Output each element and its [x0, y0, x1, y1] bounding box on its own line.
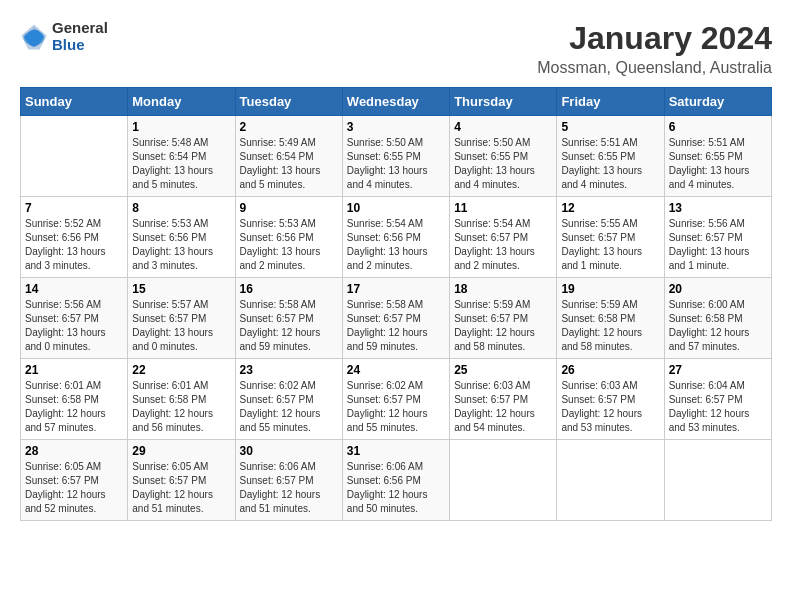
day-number: 18	[454, 282, 552, 296]
calendar-cell: 26Sunrise: 6:03 AMSunset: 6:57 PMDayligh…	[557, 359, 664, 440]
calendar-cell	[21, 116, 128, 197]
calendar-cell: 9Sunrise: 5:53 AMSunset: 6:56 PMDaylight…	[235, 197, 342, 278]
day-number: 7	[25, 201, 123, 215]
day-info: Sunrise: 6:05 AMSunset: 6:57 PMDaylight:…	[132, 460, 230, 516]
day-number: 10	[347, 201, 445, 215]
calendar-cell: 19Sunrise: 5:59 AMSunset: 6:58 PMDayligh…	[557, 278, 664, 359]
calendar-cell: 20Sunrise: 6:00 AMSunset: 6:58 PMDayligh…	[664, 278, 771, 359]
calendar-cell: 11Sunrise: 5:54 AMSunset: 6:57 PMDayligh…	[450, 197, 557, 278]
header-cell: Friday	[557, 88, 664, 116]
logo-general: General	[52, 20, 108, 37]
day-info: Sunrise: 5:48 AMSunset: 6:54 PMDaylight:…	[132, 136, 230, 192]
day-info: Sunrise: 5:55 AMSunset: 6:57 PMDaylight:…	[561, 217, 659, 273]
day-number: 15	[132, 282, 230, 296]
day-number: 5	[561, 120, 659, 134]
logo-text: General Blue	[52, 20, 108, 53]
header-row: SundayMondayTuesdayWednesdayThursdayFrid…	[21, 88, 772, 116]
calendar-cell: 18Sunrise: 5:59 AMSunset: 6:57 PMDayligh…	[450, 278, 557, 359]
header-cell: Tuesday	[235, 88, 342, 116]
day-info: Sunrise: 5:51 AMSunset: 6:55 PMDaylight:…	[669, 136, 767, 192]
day-number: 6	[669, 120, 767, 134]
day-info: Sunrise: 6:00 AMSunset: 6:58 PMDaylight:…	[669, 298, 767, 354]
header-cell: Sunday	[21, 88, 128, 116]
main-title: January 2024	[537, 20, 772, 57]
day-number: 13	[669, 201, 767, 215]
logo: General Blue	[20, 20, 108, 53]
calendar-cell: 25Sunrise: 6:03 AMSunset: 6:57 PMDayligh…	[450, 359, 557, 440]
logo-icon	[20, 23, 48, 51]
calendar-cell: 2Sunrise: 5:49 AMSunset: 6:54 PMDaylight…	[235, 116, 342, 197]
calendar-cell: 1Sunrise: 5:48 AMSunset: 6:54 PMDaylight…	[128, 116, 235, 197]
day-info: Sunrise: 5:53 AMSunset: 6:56 PMDaylight:…	[240, 217, 338, 273]
day-number: 11	[454, 201, 552, 215]
day-info: Sunrise: 5:58 AMSunset: 6:57 PMDaylight:…	[347, 298, 445, 354]
calendar-body: 1Sunrise: 5:48 AMSunset: 6:54 PMDaylight…	[21, 116, 772, 521]
day-info: Sunrise: 5:56 AMSunset: 6:57 PMDaylight:…	[669, 217, 767, 273]
day-info: Sunrise: 6:02 AMSunset: 6:57 PMDaylight:…	[240, 379, 338, 435]
day-info: Sunrise: 5:51 AMSunset: 6:55 PMDaylight:…	[561, 136, 659, 192]
calendar-cell: 31Sunrise: 6:06 AMSunset: 6:56 PMDayligh…	[342, 440, 449, 521]
day-info: Sunrise: 5:50 AMSunset: 6:55 PMDaylight:…	[454, 136, 552, 192]
day-info: Sunrise: 6:03 AMSunset: 6:57 PMDaylight:…	[454, 379, 552, 435]
calendar-cell	[664, 440, 771, 521]
calendar-cell	[557, 440, 664, 521]
calendar-cell: 16Sunrise: 5:58 AMSunset: 6:57 PMDayligh…	[235, 278, 342, 359]
day-info: Sunrise: 5:54 AMSunset: 6:57 PMDaylight:…	[454, 217, 552, 273]
day-number: 25	[454, 363, 552, 377]
calendar-cell: 8Sunrise: 5:53 AMSunset: 6:56 PMDaylight…	[128, 197, 235, 278]
calendar-cell: 7Sunrise: 5:52 AMSunset: 6:56 PMDaylight…	[21, 197, 128, 278]
calendar-cell: 5Sunrise: 5:51 AMSunset: 6:55 PMDaylight…	[557, 116, 664, 197]
day-number: 3	[347, 120, 445, 134]
day-info: Sunrise: 6:03 AMSunset: 6:57 PMDaylight:…	[561, 379, 659, 435]
day-info: Sunrise: 5:59 AMSunset: 6:58 PMDaylight:…	[561, 298, 659, 354]
day-info: Sunrise: 6:06 AMSunset: 6:57 PMDaylight:…	[240, 460, 338, 516]
day-number: 8	[132, 201, 230, 215]
day-info: Sunrise: 5:57 AMSunset: 6:57 PMDaylight:…	[132, 298, 230, 354]
calendar-cell: 21Sunrise: 6:01 AMSunset: 6:58 PMDayligh…	[21, 359, 128, 440]
day-number: 19	[561, 282, 659, 296]
day-info: Sunrise: 5:54 AMSunset: 6:56 PMDaylight:…	[347, 217, 445, 273]
calendar-cell: 15Sunrise: 5:57 AMSunset: 6:57 PMDayligh…	[128, 278, 235, 359]
day-info: Sunrise: 5:56 AMSunset: 6:57 PMDaylight:…	[25, 298, 123, 354]
day-number: 24	[347, 363, 445, 377]
subtitle: Mossman, Queensland, Australia	[537, 59, 772, 77]
day-info: Sunrise: 5:50 AMSunset: 6:55 PMDaylight:…	[347, 136, 445, 192]
day-number: 14	[25, 282, 123, 296]
day-number: 27	[669, 363, 767, 377]
calendar-row: 1Sunrise: 5:48 AMSunset: 6:54 PMDaylight…	[21, 116, 772, 197]
calendar-row: 14Sunrise: 5:56 AMSunset: 6:57 PMDayligh…	[21, 278, 772, 359]
day-info: Sunrise: 6:04 AMSunset: 6:57 PMDaylight:…	[669, 379, 767, 435]
calendar-row: 28Sunrise: 6:05 AMSunset: 6:57 PMDayligh…	[21, 440, 772, 521]
calendar-cell: 30Sunrise: 6:06 AMSunset: 6:57 PMDayligh…	[235, 440, 342, 521]
day-info: Sunrise: 5:59 AMSunset: 6:57 PMDaylight:…	[454, 298, 552, 354]
calendar-row: 7Sunrise: 5:52 AMSunset: 6:56 PMDaylight…	[21, 197, 772, 278]
header-cell: Monday	[128, 88, 235, 116]
day-number: 1	[132, 120, 230, 134]
day-info: Sunrise: 5:49 AMSunset: 6:54 PMDaylight:…	[240, 136, 338, 192]
calendar-cell: 14Sunrise: 5:56 AMSunset: 6:57 PMDayligh…	[21, 278, 128, 359]
day-number: 21	[25, 363, 123, 377]
day-number: 28	[25, 444, 123, 458]
header-cell: Saturday	[664, 88, 771, 116]
calendar-table: SundayMondayTuesdayWednesdayThursdayFrid…	[20, 87, 772, 521]
header-cell: Wednesday	[342, 88, 449, 116]
day-number: 17	[347, 282, 445, 296]
day-number: 31	[347, 444, 445, 458]
logo-blue: Blue	[52, 37, 108, 54]
calendar-cell: 3Sunrise: 5:50 AMSunset: 6:55 PMDaylight…	[342, 116, 449, 197]
day-number: 20	[669, 282, 767, 296]
calendar-cell: 12Sunrise: 5:55 AMSunset: 6:57 PMDayligh…	[557, 197, 664, 278]
calendar-cell	[450, 440, 557, 521]
calendar-cell: 10Sunrise: 5:54 AMSunset: 6:56 PMDayligh…	[342, 197, 449, 278]
day-info: Sunrise: 6:01 AMSunset: 6:58 PMDaylight:…	[132, 379, 230, 435]
day-number: 30	[240, 444, 338, 458]
calendar-header: SundayMondayTuesdayWednesdayThursdayFrid…	[21, 88, 772, 116]
calendar-cell: 29Sunrise: 6:05 AMSunset: 6:57 PMDayligh…	[128, 440, 235, 521]
title-block: January 2024 Mossman, Queensland, Austra…	[537, 20, 772, 77]
calendar-cell: 23Sunrise: 6:02 AMSunset: 6:57 PMDayligh…	[235, 359, 342, 440]
day-number: 22	[132, 363, 230, 377]
day-number: 29	[132, 444, 230, 458]
header-cell: Thursday	[450, 88, 557, 116]
day-number: 2	[240, 120, 338, 134]
calendar-cell: 13Sunrise: 5:56 AMSunset: 6:57 PMDayligh…	[664, 197, 771, 278]
